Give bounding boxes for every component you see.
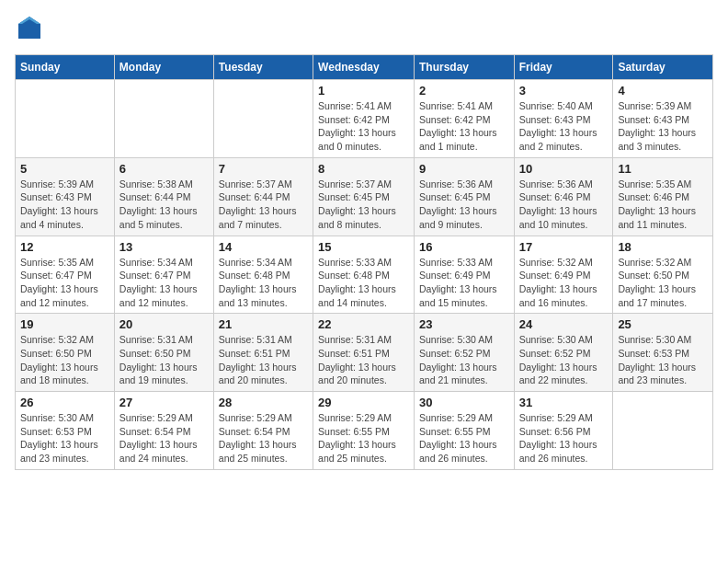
day-info: Sunrise: 5:39 AMSunset: 6:43 PMDaylight:…: [618, 99, 708, 154]
day-number: 6: [119, 162, 209, 176]
calendar-cell: 16Sunrise: 5:33 AMSunset: 6:49 PMDayligh…: [414, 236, 514, 314]
svg-marker-0: [18, 17, 40, 39]
calendar-cell: 3Sunrise: 5:40 AMSunset: 6:43 PMDaylight…: [514, 80, 613, 158]
week-row-4: 19Sunrise: 5:32 AMSunset: 6:50 PMDayligh…: [16, 314, 713, 392]
day-number: 11: [618, 162, 708, 176]
day-info: Sunrise: 5:30 AMSunset: 6:53 PMDaylight:…: [618, 333, 708, 387]
weekday-header-saturday: Saturday: [613, 55, 713, 80]
day-number: 14: [219, 240, 308, 254]
day-info: Sunrise: 5:39 AMSunset: 6:43 PMDaylight:…: [20, 178, 109, 232]
day-info: Sunrise: 5:31 AMSunset: 6:51 PMDaylight:…: [318, 333, 409, 387]
calendar-cell: 24Sunrise: 5:30 AMSunset: 6:52 PMDayligh…: [514, 314, 613, 392]
day-number: 1: [318, 84, 409, 98]
day-number: 28: [219, 396, 308, 409]
day-info: Sunrise: 5:30 AMSunset: 6:52 PMDaylight:…: [419, 333, 509, 387]
day-info: Sunrise: 5:32 AMSunset: 6:49 PMDaylight:…: [519, 256, 609, 310]
calendar-cell: 31Sunrise: 5:29 AMSunset: 6:56 PMDayligh…: [514, 392, 613, 470]
weekday-header-monday: Monday: [114, 55, 213, 80]
calendar-cell: 1Sunrise: 5:41 AMSunset: 6:42 PMDaylight…: [313, 80, 415, 158]
week-row-1: 1Sunrise: 5:41 AMSunset: 6:42 PMDaylight…: [16, 80, 713, 158]
day-number: 17: [519, 240, 609, 254]
day-number: 19: [20, 317, 109, 331]
calendar-cell: 27Sunrise: 5:29 AMSunset: 6:54 PMDayligh…: [114, 392, 213, 470]
calendar-cell: 5Sunrise: 5:39 AMSunset: 6:43 PMDaylight…: [16, 157, 115, 236]
day-number: 7: [219, 162, 308, 176]
day-info: Sunrise: 5:40 AMSunset: 6:43 PMDaylight:…: [519, 99, 609, 154]
calendar-cell: 8Sunrise: 5:37 AMSunset: 6:45 PMDaylight…: [313, 157, 415, 236]
calendar-table: SundayMondayTuesdayWednesdayThursdayFrid…: [15, 54, 713, 470]
day-number: 9: [419, 162, 509, 176]
logo: [15, 15, 42, 45]
calendar-cell: 22Sunrise: 5:31 AMSunset: 6:51 PMDayligh…: [313, 314, 415, 392]
week-row-5: 26Sunrise: 5:30 AMSunset: 6:53 PMDayligh…: [16, 392, 713, 470]
calendar-cell: 4Sunrise: 5:39 AMSunset: 6:43 PMDaylight…: [613, 80, 713, 158]
day-number: 31: [519, 396, 609, 409]
day-info: Sunrise: 5:29 AMSunset: 6:54 PMDaylight:…: [219, 411, 308, 465]
calendar-cell: 28Sunrise: 5:29 AMSunset: 6:54 PMDayligh…: [213, 392, 313, 470]
calendar-cell: 13Sunrise: 5:34 AMSunset: 6:47 PMDayligh…: [114, 236, 213, 314]
day-number: 13: [119, 240, 209, 254]
calendar-cell: 29Sunrise: 5:29 AMSunset: 6:55 PMDayligh…: [313, 392, 415, 470]
day-number: 30: [419, 396, 509, 409]
calendar-cell: 17Sunrise: 5:32 AMSunset: 6:49 PMDayligh…: [514, 236, 613, 314]
page-header: [15, 15, 713, 45]
day-info: Sunrise: 5:29 AMSunset: 6:55 PMDaylight:…: [318, 411, 409, 465]
day-info: Sunrise: 5:29 AMSunset: 6:55 PMDaylight:…: [419, 411, 509, 465]
calendar-cell: [16, 80, 115, 158]
day-number: 18: [618, 240, 708, 254]
day-number: 20: [119, 317, 209, 331]
day-info: Sunrise: 5:31 AMSunset: 6:50 PMDaylight:…: [119, 333, 209, 387]
weekday-header-thursday: Thursday: [414, 55, 514, 80]
calendar-cell: 11Sunrise: 5:35 AMSunset: 6:46 PMDayligh…: [613, 157, 713, 236]
calendar-cell: 10Sunrise: 5:36 AMSunset: 6:46 PMDayligh…: [514, 157, 613, 236]
day-number: 8: [318, 162, 409, 176]
day-info: Sunrise: 5:35 AMSunset: 6:46 PMDaylight:…: [618, 178, 708, 232]
day-number: 16: [419, 240, 509, 254]
day-info: Sunrise: 5:41 AMSunset: 6:42 PMDaylight:…: [318, 99, 409, 154]
day-info: Sunrise: 5:37 AMSunset: 6:45 PMDaylight:…: [318, 178, 409, 232]
day-number: 22: [318, 317, 409, 331]
day-number: 3: [519, 84, 609, 98]
day-number: 2: [419, 84, 509, 98]
calendar-cell: 6Sunrise: 5:38 AMSunset: 6:44 PMDaylight…: [114, 157, 213, 236]
calendar-cell: 9Sunrise: 5:36 AMSunset: 6:45 PMDaylight…: [414, 157, 514, 236]
calendar-cell: 12Sunrise: 5:35 AMSunset: 6:47 PMDayligh…: [16, 236, 115, 314]
weekday-header-friday: Friday: [514, 55, 613, 80]
day-number: 5: [20, 162, 109, 176]
day-number: 29: [318, 396, 409, 409]
day-info: Sunrise: 5:33 AMSunset: 6:49 PMDaylight:…: [419, 256, 509, 310]
weekday-header-tuesday: Tuesday: [213, 55, 313, 80]
day-info: Sunrise: 5:34 AMSunset: 6:48 PMDaylight:…: [219, 256, 308, 310]
calendar-cell: 7Sunrise: 5:37 AMSunset: 6:44 PMDaylight…: [213, 157, 313, 236]
calendar-cell: [114, 80, 213, 158]
day-info: Sunrise: 5:36 AMSunset: 6:46 PMDaylight:…: [519, 178, 609, 232]
day-number: 25: [618, 317, 708, 331]
day-number: 15: [318, 240, 409, 254]
calendar-cell: 2Sunrise: 5:41 AMSunset: 6:42 PMDaylight…: [414, 80, 514, 158]
day-number: 26: [20, 396, 109, 409]
day-info: Sunrise: 5:34 AMSunset: 6:47 PMDaylight:…: [119, 256, 209, 310]
day-info: Sunrise: 5:32 AMSunset: 6:50 PMDaylight:…: [20, 333, 109, 387]
day-info: Sunrise: 5:29 AMSunset: 6:54 PMDaylight:…: [119, 411, 209, 465]
day-info: Sunrise: 5:37 AMSunset: 6:44 PMDaylight:…: [219, 178, 308, 232]
day-info: Sunrise: 5:41 AMSunset: 6:42 PMDaylight:…: [419, 99, 509, 154]
day-info: Sunrise: 5:33 AMSunset: 6:48 PMDaylight:…: [318, 256, 409, 310]
calendar-cell: 19Sunrise: 5:32 AMSunset: 6:50 PMDayligh…: [16, 314, 115, 392]
calendar-cell: [613, 392, 713, 470]
day-info: Sunrise: 5:30 AMSunset: 6:52 PMDaylight:…: [519, 333, 609, 387]
day-number: 21: [219, 317, 308, 331]
calendar-cell: 20Sunrise: 5:31 AMSunset: 6:50 PMDayligh…: [114, 314, 213, 392]
day-number: 23: [419, 317, 509, 331]
calendar-cell: 25Sunrise: 5:30 AMSunset: 6:53 PMDayligh…: [613, 314, 713, 392]
calendar-cell: [213, 80, 313, 158]
calendar-cell: 23Sunrise: 5:30 AMSunset: 6:52 PMDayligh…: [414, 314, 514, 392]
day-info: Sunrise: 5:30 AMSunset: 6:53 PMDaylight:…: [20, 411, 109, 465]
weekday-header-row: SundayMondayTuesdayWednesdayThursdayFrid…: [16, 55, 713, 80]
day-info: Sunrise: 5:31 AMSunset: 6:51 PMDaylight:…: [219, 333, 308, 387]
day-info: Sunrise: 5:29 AMSunset: 6:56 PMDaylight:…: [519, 411, 609, 465]
calendar-cell: 21Sunrise: 5:31 AMSunset: 6:51 PMDayligh…: [213, 314, 313, 392]
day-info: Sunrise: 5:35 AMSunset: 6:47 PMDaylight:…: [20, 256, 109, 310]
day-number: 24: [519, 317, 609, 331]
calendar-cell: 30Sunrise: 5:29 AMSunset: 6:55 PMDayligh…: [414, 392, 514, 470]
day-info: Sunrise: 5:38 AMSunset: 6:44 PMDaylight:…: [119, 178, 209, 232]
